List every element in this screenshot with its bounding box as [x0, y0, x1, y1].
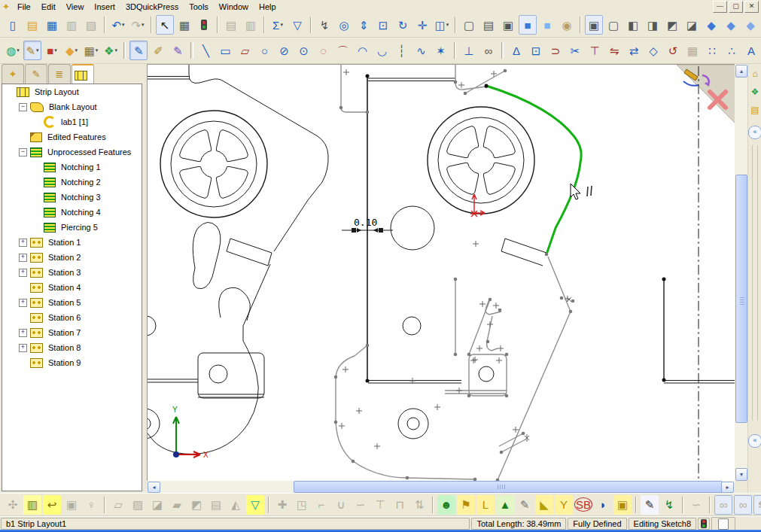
configurationmanager-tab[interactable]: ≣ [48, 64, 71, 84]
circular-pattern-button[interactable]: ∴ [723, 41, 741, 60]
perimeter-circle-tool-button[interactable]: ◌ [315, 41, 333, 60]
menu-view[interactable]: View [61, 2, 90, 12]
left-bracket[interactable] [198, 353, 264, 398]
view-back-button[interactable]: ▢ [604, 15, 622, 35]
trim-entities-button[interactable]: ✂ [566, 41, 584, 60]
convert-entities-button[interactable]: ⊡ [527, 41, 545, 60]
view-right-button[interactable]: ◨ [644, 15, 662, 35]
scroll-left-button[interactable]: ◂ [148, 482, 160, 493]
tree-item-station-1[interactable]: +Station 1 [2, 235, 142, 250]
home-icon[interactable]: ⌂ [749, 68, 761, 82]
expander-plus-icon[interactable]: + [19, 344, 27, 352]
pilot-hole-large[interactable] [391, 206, 434, 250]
tangent-arc-tool-button[interactable]: ◠ [354, 41, 372, 60]
qp-flag-button[interactable]: ⚑ [457, 495, 475, 515]
clover-wheel-left[interactable] [160, 111, 267, 217]
horizontal-scroll-thumb[interactable] [294, 481, 723, 493]
qp-export-button[interactable]: ↯ [660, 495, 678, 515]
save-button[interactable]: ▦ [43, 15, 61, 35]
selection-filter-toggle-button[interactable]: ▽ [288, 15, 306, 35]
menu-help[interactable]: Help [254, 2, 282, 12]
point-tool-button[interactable]: ✶ [432, 41, 450, 60]
qp-die-lock-button[interactable]: ▣ [613, 495, 632, 515]
dropdown-caret-icon[interactable]: ▾ [54, 47, 57, 53]
qp-funnel-button[interactable]: ▽ [246, 495, 264, 515]
minimize-button[interactable]: — [713, 1, 727, 13]
mirror-entities-button[interactable]: ⇋ [605, 41, 623, 60]
view-front-button[interactable]: ▣ [585, 15, 603, 35]
sketch-next-station-blob[interactable] [336, 345, 475, 479]
sketch-tail-edge[interactable] [498, 257, 571, 480]
tree-item-piercing-5[interactable]: Piercing 5 [2, 220, 142, 235]
qp-sketch-dropdown-button[interactable]: ✎▾ [23, 41, 41, 60]
tree-item-notching-2[interactable]: Notching 2 [2, 175, 142, 190]
striplayout-tab[interactable] [72, 64, 94, 85]
zoom-to-area-button[interactable]: ⊡ [374, 15, 392, 35]
dropdown-caret-icon[interactable]: ▾ [96, 47, 99, 53]
dynamic-mirror-button[interactable]: ◇ [644, 41, 662, 60]
scroll-up-button[interactable]: ▴ [735, 65, 747, 78]
scroll-right-button[interactable]: ▸ [721, 482, 734, 493]
clover-wheel-right[interactable] [428, 107, 534, 214]
sketch-mini-web[interactable] [499, 433, 525, 452]
qp-insert-feature-button[interactable]: ◆▾ [62, 41, 81, 60]
qp-unfold-button[interactable]: ↩ [43, 495, 61, 515]
qp-strip-layout-button[interactable]: ▥ [23, 495, 41, 515]
expander-minus-icon[interactable]: − [19, 103, 27, 111]
menu-insert[interactable]: Insert [89, 2, 120, 12]
expander-minus-icon[interactable]: − [19, 148, 27, 157]
qp-funnel-flag-button[interactable]: ◣ [535, 495, 553, 515]
restore-button[interactable]: ▢ [729, 1, 743, 13]
menu-edit[interactable]: Edit [36, 2, 61, 12]
circle-tool-button[interactable]: ○ [256, 41, 274, 60]
tree-item-notching-3[interactable]: Notching 3 [2, 190, 142, 205]
tree-item-unprocessed-features[interactable]: −Unprocessed Features [2, 144, 142, 160]
dropdown-caret-icon[interactable]: ▾ [36, 47, 39, 53]
dropdown-caret-icon[interactable]: ▾ [280, 22, 283, 28]
parallelogram-tool-button[interactable]: ▱ [236, 41, 254, 60]
zoom-to-fit-button[interactable]: ◎ [335, 15, 353, 35]
expander-plus-icon[interactable]: + [19, 269, 27, 277]
rotate-view-button[interactable]: ↻ [394, 15, 412, 35]
tree-item-blank-layout[interactable]: −Blank Layout [2, 99, 142, 114]
filter-lightning-button[interactable]: ↯ [315, 15, 333, 35]
qp-bend-line-button[interactable]: L [476, 495, 495, 515]
expander-plus-icon[interactable]: + [19, 239, 27, 247]
view-bottom-button[interactable]: ◪ [683, 15, 701, 35]
move-entities-button[interactable]: ⇄ [625, 41, 643, 60]
linear-pattern-button[interactable]: ∷ [703, 41, 721, 60]
resources-icon[interactable]: ❖ [749, 87, 761, 100]
ellipse-tool-button[interactable]: ⊘ [275, 41, 294, 60]
collapse-chevron-top[interactable]: « [748, 126, 761, 139]
tree-item-edited-features[interactable]: Edited Features [2, 129, 142, 144]
add-relation-button[interactable]: ⊥ [460, 41, 478, 60]
measure-tool-button[interactable]: Σ▾ [269, 15, 287, 35]
expander-plus-icon[interactable]: + [19, 254, 27, 262]
smart-dimension-button[interactable]: Δ [507, 41, 525, 60]
qp-part-view-button[interactable]: ☻ [437, 495, 455, 515]
pan-button[interactable]: ✛ [413, 15, 431, 35]
qp-solidworks-button[interactable]: ■▾ [43, 41, 61, 60]
new-document-button[interactable]: ▯ [4, 15, 22, 35]
qp-scene-dropdown-button[interactable]: ◍▾ [4, 41, 22, 60]
qp-notes-button[interactable]: ✎ [641, 495, 659, 515]
centerline-tool-button[interactable]: ┆ [393, 41, 411, 60]
line-tool-button[interactable]: ╲ [197, 41, 215, 60]
tree-item-station-9[interactable]: Station 9 [2, 355, 142, 370]
dropdown-caret-icon[interactable]: ▾ [446, 22, 449, 28]
left-slot-cutout[interactable] [193, 222, 221, 288]
dropdown-caret-icon[interactable]: ▾ [17, 47, 20, 53]
view-isometric-button[interactable]: ◆ [702, 15, 720, 35]
dimension-annotation[interactable]: 0.10 [342, 217, 393, 233]
tree-item-notching-4[interactable]: Notching 4 [2, 205, 142, 220]
dropdown-caret-icon[interactable]: ▾ [75, 47, 78, 53]
tree-item-station-8[interactable]: +Station 8 [2, 340, 142, 355]
qp-y-tool-button[interactable]: Y [555, 495, 573, 515]
featuremanager-tab[interactable]: ✦ [2, 64, 24, 84]
3d-sketch-button[interactable]: ✐ [149, 41, 167, 60]
tree-item-station-3[interactable]: +Station 3 [2, 265, 142, 280]
shaded-button[interactable]: ■ [538, 15, 556, 35]
propertymanager-tab[interactable]: ✎ [25, 64, 47, 84]
dropdown-caret-icon[interactable]: ▾ [142, 22, 145, 28]
shaded-with-edges-button[interactable]: ■ [519, 15, 537, 35]
